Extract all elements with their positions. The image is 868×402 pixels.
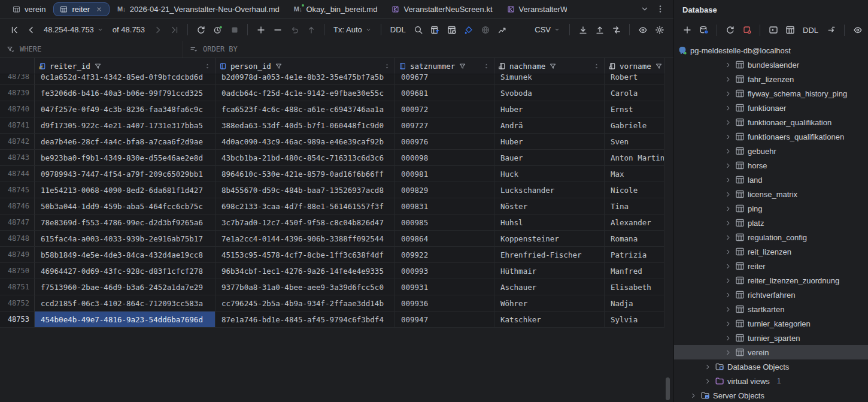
chevron-right-icon[interactable] bbox=[690, 392, 697, 400]
tree-node-horse[interactable]: horse bbox=[674, 158, 868, 173]
row-number[interactable]: 48742 bbox=[0, 134, 35, 149]
cell-person-id[interactable]: 8964610c-530e-421e-8579-0ad16f6b66ff bbox=[216, 166, 395, 182]
cell-nachname[interactable]: Wöhrer bbox=[494, 295, 605, 311]
import-data-button[interactable] bbox=[591, 22, 608, 38]
cell-vorname[interactable]: Ernst bbox=[605, 101, 664, 117]
chevron-right-icon[interactable] bbox=[724, 234, 732, 241]
column-header-person-id[interactable]: person_id bbox=[216, 58, 395, 74]
cell-vorname[interactable]: Gabriele bbox=[605, 117, 664, 133]
cell-person-id[interactable]: fca6523f-4c6c-488c-a61e-c6943746aa1a bbox=[216, 101, 395, 117]
settings-button[interactable] bbox=[651, 22, 667, 38]
cell-satznummer[interactable]: 009864 bbox=[395, 231, 494, 246]
row-number[interactable]: 48746 bbox=[0, 198, 35, 214]
sort-icon[interactable] bbox=[383, 62, 391, 70]
cell-person-id[interactable]: 7e1a2cc4-0144-4396-906b-3388ff092544 bbox=[216, 231, 395, 246]
column-header-satznummer[interactable]: satznummer bbox=[395, 58, 494, 74]
row-number[interactable]: 48753 bbox=[0, 312, 35, 327]
tree-node-land[interactable]: land bbox=[674, 173, 868, 187]
add-row-button[interactable] bbox=[253, 22, 269, 38]
tree-node-verein[interactable]: verein bbox=[674, 345, 868, 359]
chevron-right-icon[interactable] bbox=[724, 349, 732, 356]
row-number[interactable]: 48745 bbox=[0, 182, 35, 198]
cell-vorname[interactable]: Sven bbox=[605, 134, 664, 149]
cell-satznummer[interactable]: 009677 bbox=[395, 74, 494, 84]
tree-node-richtverfahren[interactable]: richtverfahren bbox=[674, 288, 868, 302]
undo-button[interactable] bbox=[286, 22, 302, 38]
hidden-tabs-dropdown-icon[interactable] bbox=[640, 4, 650, 14]
cell-reiter-id[interactable]: dea7b4e6-28cf-4a4c-bfa8-a7caa6f2d9ae bbox=[35, 134, 216, 149]
jump-to-console-button[interactable] bbox=[765, 22, 781, 38]
view-options-button[interactable] bbox=[849, 22, 866, 38]
cell-satznummer[interactable]: 009681 bbox=[395, 85, 494, 101]
export-format-dropdown[interactable]: CSV bbox=[530, 25, 564, 34]
cell-satznummer[interactable]: 000972 bbox=[395, 101, 494, 117]
cell-vorname[interactable]: Alexander bbox=[605, 214, 664, 230]
tree-node-fahr-lizenzen[interactable]: fahr_lizenzen bbox=[674, 72, 868, 86]
search-button[interactable] bbox=[411, 22, 427, 38]
chevron-right-icon[interactable] bbox=[724, 205, 732, 213]
cell-nachname[interactable]: Nöster bbox=[494, 198, 605, 214]
chevron-right-icon[interactable] bbox=[724, 162, 732, 170]
cell-nachname[interactable]: Huber bbox=[494, 134, 605, 149]
tab-verein[interactable]: verein bbox=[6, 2, 52, 16]
tab-options-icon[interactable] bbox=[655, 4, 665, 14]
cell-reiter-id[interactable]: be923ba0-f9b1-4349-830e-d55e46ae2e8d bbox=[35, 150, 216, 165]
tree-node-bundeslaender[interactable]: bundeslaender bbox=[674, 58, 868, 72]
sort-icon[interactable] bbox=[204, 62, 211, 70]
chevron-right-icon[interactable] bbox=[724, 262, 732, 270]
tree-node-funktionaers-qualifikationen[interactable]: funktionaers_qualifikationen bbox=[674, 129, 868, 144]
column-header-nachname[interactable]: nachname bbox=[494, 58, 605, 74]
row-number[interactable]: 48750 bbox=[0, 263, 35, 279]
chevron-right-icon[interactable] bbox=[704, 377, 712, 385]
close-tab-icon[interactable] bbox=[95, 5, 103, 13]
cell-person-id[interactable]: 45153c95-4578-4cf7-8cbe-1ff3c638f4df bbox=[216, 247, 395, 262]
tree-node-license-matrix[interactable]: license_matrix bbox=[674, 187, 868, 201]
row-number[interactable]: 48740 bbox=[0, 101, 35, 117]
row-number[interactable]: 48747 bbox=[0, 214, 35, 230]
stop-button[interactable] bbox=[226, 22, 242, 38]
ddl-button[interactable]: DDL bbox=[799, 26, 823, 35]
change-view-button[interactable] bbox=[444, 22, 460, 38]
row-number[interactable]: 48743 bbox=[0, 150, 35, 165]
chevron-right-icon[interactable] bbox=[724, 147, 732, 155]
cell-satznummer[interactable]: 009947 bbox=[395, 312, 494, 327]
chevron-right-icon[interactable] bbox=[724, 133, 732, 141]
cell-nachname[interactable]: Luckschander bbox=[494, 182, 605, 198]
cell-satznummer[interactable]: 009936 bbox=[395, 295, 494, 311]
cell-nachname[interactable]: Hüthmair bbox=[494, 263, 605, 279]
tree-node-regulation-config[interactable]: regulation_config bbox=[674, 230, 868, 244]
cell-satznummer[interactable]: 009922 bbox=[395, 247, 494, 262]
tab-reiter[interactable]: reiter bbox=[53, 2, 110, 16]
tree-node-turnier-sparten[interactable]: turnier_sparten bbox=[674, 331, 868, 345]
disconnect-button[interactable] bbox=[739, 22, 755, 38]
funnel-icon[interactable] bbox=[94, 62, 102, 70]
cell-vorname[interactable]: Manfred bbox=[605, 263, 664, 279]
cell-vorname[interactable]: Tina bbox=[605, 198, 664, 214]
row-number[interactable]: 48751 bbox=[0, 279, 35, 295]
tree-node-funktionaer[interactable]: funktionaer bbox=[674, 101, 868, 115]
cell-reiter-id[interactable]: b58b1849-4e5e-4de3-84ca-432d4ae19cc8 bbox=[35, 247, 216, 262]
cell-nachname[interactable]: Koppensteiner bbox=[494, 231, 605, 246]
cell-vorname[interactable]: Romana bbox=[605, 231, 664, 246]
cell-nachname[interactable]: Svoboda bbox=[494, 85, 605, 101]
column-header-vorname[interactable]: vorname bbox=[605, 58, 664, 74]
refresh-button[interactable] bbox=[722, 22, 738, 38]
tree-node-server-objects[interactable]: Server Objects bbox=[674, 388, 868, 402]
cell-vorname[interactable]: Patrizia bbox=[605, 247, 664, 262]
cell-satznummer[interactable]: 009931 bbox=[395, 279, 494, 295]
submit-button[interactable] bbox=[303, 22, 319, 38]
cell-satznummer[interactable]: 009727 bbox=[395, 117, 494, 133]
cell-reiter-id[interactable]: 78e8369d-f553-4786-99ec-d2d3bf9265a6 bbox=[35, 214, 216, 230]
cell-person-id[interactable]: b2d0978d-a053-4e1e-8b32-35e475bf7a5b bbox=[216, 74, 395, 84]
chevron-right-icon[interactable] bbox=[724, 90, 732, 98]
export-data-button[interactable] bbox=[575, 22, 591, 38]
cell-satznummer[interactable]: 009831 bbox=[395, 198, 494, 214]
cell-nachname[interactable]: Aschauer bbox=[494, 279, 605, 295]
cell-reiter-id[interactable]: f7513960-2bae-46d9-b3a6-2452a1da7e29 bbox=[35, 279, 216, 295]
cell-reiter-id[interactable]: 09789943-7447-4f54-a79f-209c65029bb1 bbox=[35, 166, 216, 182]
new-datasource-button[interactable] bbox=[679, 22, 695, 38]
chevron-right-icon[interactable] bbox=[724, 306, 732, 313]
tree-node-reiter[interactable]: reiter bbox=[674, 259, 868, 273]
ddl-button[interactable]: DDL bbox=[386, 25, 410, 34]
cell-nachname[interactable]: Huhsl bbox=[494, 214, 605, 230]
